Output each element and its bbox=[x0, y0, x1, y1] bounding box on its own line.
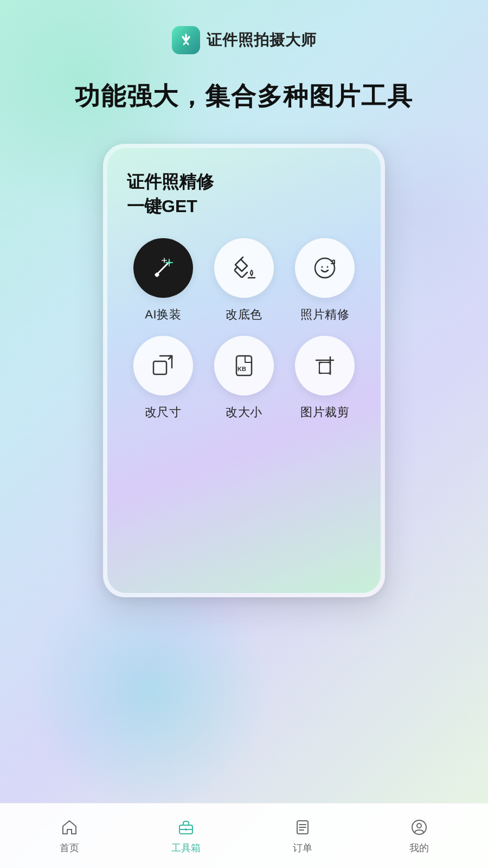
headline: 功能强大，集合多种图片工具 bbox=[0, 81, 488, 111]
resize-label: 改尺寸 bbox=[145, 404, 182, 420]
orders-icon bbox=[293, 818, 312, 837]
profile-icon bbox=[409, 818, 429, 837]
svg-line-0 bbox=[157, 264, 168, 275]
ai-change-label: AI换装 bbox=[145, 307, 181, 323]
change-size-label: 改大小 bbox=[226, 404, 262, 420]
crop-label: 图片裁剪 bbox=[300, 404, 349, 420]
card-title: 证件照精修 一键GET bbox=[127, 170, 361, 219]
tool-item-change-bg[interactable]: 改底色 bbox=[208, 238, 280, 323]
tool-item-ai-change[interactable]: AI换装 bbox=[127, 238, 199, 323]
nav-home-label: 首页 bbox=[60, 841, 79, 854]
change-bg-label: 改底色 bbox=[226, 307, 262, 323]
svg-point-15 bbox=[327, 266, 329, 267]
phone-card: 证件照精修 一键GET bbox=[103, 144, 385, 597]
app-header: 证件照拍摄大师 bbox=[0, 0, 488, 54]
app-icon bbox=[172, 26, 200, 54]
bottom-nav: 首页 工具箱 订单 bbox=[0, 803, 488, 868]
tool-item-change-size[interactable]: KB 改大小 bbox=[208, 336, 280, 420]
svg-text:KB: KB bbox=[237, 366, 246, 372]
svg-point-14 bbox=[322, 266, 323, 267]
crop-icon-circle bbox=[295, 336, 355, 395]
tool-item-crop[interactable]: 图片裁剪 bbox=[289, 336, 361, 420]
toolbox-icon bbox=[176, 818, 196, 837]
nav-item-orders[interactable]: 订单 bbox=[244, 818, 361, 854]
retouch-label: 照片精修 bbox=[300, 307, 349, 323]
app-title: 证件照拍摄大师 bbox=[207, 30, 317, 50]
svg-rect-16 bbox=[153, 361, 166, 374]
svg-point-7 bbox=[163, 259, 165, 261]
tools-grid: AI换装 bbox=[127, 238, 361, 420]
svg-point-30 bbox=[417, 824, 421, 828]
retouch-icon-circle bbox=[295, 238, 355, 298]
nav-item-profile[interactable]: 我的 bbox=[361, 818, 477, 854]
home-icon bbox=[60, 818, 79, 837]
nav-toolbox-label: 工具箱 bbox=[171, 841, 201, 854]
tool-item-resize[interactable]: 改尺寸 bbox=[127, 336, 199, 420]
change-size-icon-circle: KB bbox=[214, 336, 274, 395]
resize-icon-circle bbox=[133, 336, 193, 395]
svg-rect-21 bbox=[319, 362, 330, 373]
svg-point-2 bbox=[168, 261, 170, 264]
tool-item-retouch[interactable]: 照片精修 bbox=[289, 238, 361, 323]
nav-item-toolbox[interactable]: 工具箱 bbox=[127, 818, 244, 854]
ai-change-icon-circle bbox=[133, 238, 193, 298]
nav-profile-label: 我的 bbox=[409, 841, 429, 854]
change-bg-icon-circle bbox=[214, 238, 274, 298]
nav-orders-label: 订单 bbox=[293, 841, 312, 854]
nav-item-home[interactable]: 首页 bbox=[11, 818, 127, 854]
svg-point-24 bbox=[185, 828, 187, 831]
